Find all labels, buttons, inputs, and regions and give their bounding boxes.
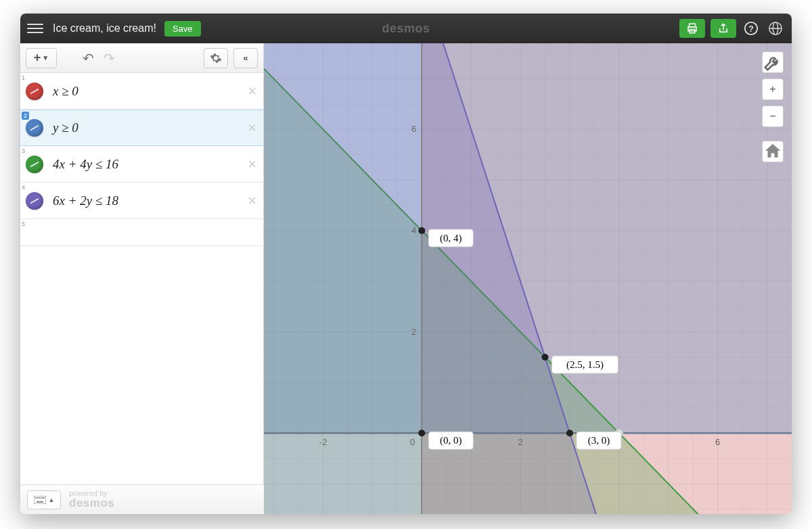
document-title[interactable]: Ice cream, ice cream! (53, 22, 156, 34)
svg-rect-14 (37, 501, 43, 503)
plus-icon: + (769, 83, 775, 95)
svg-text:-2: -2 (319, 437, 328, 447)
expression-row[interactable]: 46x + 2y ≤ 18× (20, 183, 263, 219)
chevron-up-icon: ▲ (49, 497, 55, 503)
expression-list: 1x ≥ 0×2y ≥ 0×34x + 4y ≤ 16×46x + 2y ≤ 1… (20, 73, 264, 514)
color-toggle[interactable] (26, 156, 43, 173)
expression-row[interactable]: 34x + 4y ≤ 16× (20, 146, 263, 183)
svg-text:?: ? (748, 24, 754, 34)
menu-icon[interactable] (27, 20, 43, 37)
row-number: 1 (22, 74, 25, 81)
zoom-out-button[interactable]: − (762, 106, 784, 127)
help-icon: ? (744, 21, 759, 36)
plus-icon: + (34, 51, 41, 65)
svg-rect-11 (39, 497, 41, 499)
svg-text:6: 6 (411, 124, 416, 134)
delete-expression-button[interactable]: × (248, 119, 256, 137)
svg-text:2: 2 (518, 437, 522, 447)
help-button[interactable]: ? (742, 19, 761, 38)
keyboard-icon (34, 496, 46, 504)
row-number: 3 (22, 147, 25, 154)
svg-rect-8 (34, 496, 46, 504)
expression-input[interactable]: 4x + 4y ≤ 16 (53, 157, 248, 172)
chevron-down-icon: ▼ (42, 54, 49, 62)
home-icon (763, 141, 783, 162)
row-number: 4 (22, 184, 25, 191)
collapse-sidebar-button[interactable]: « (233, 48, 258, 68)
expression-toolbar: + ▼ ↶ ↷ « (20, 43, 264, 73)
globe-icon (768, 21, 783, 36)
color-toggle[interactable] (26, 83, 43, 100)
undo-button[interactable]: ↶ (83, 50, 94, 66)
zoom-in-button[interactable]: + (762, 78, 784, 100)
svg-text:0: 0 (410, 437, 415, 447)
expression-row[interactable]: 1x ≥ 0× (20, 73, 263, 110)
svg-text:4: 4 (411, 225, 416, 235)
minus-icon: − (769, 110, 775, 122)
svg-point-83 (566, 430, 573, 436)
svg-text:(3, 0): (3, 0) (588, 435, 610, 446)
graph-controls: + − (762, 51, 784, 162)
powered-by-label: powered by desmos (69, 489, 114, 510)
print-button[interactable] (679, 19, 705, 38)
svg-text:(2.5, 1.5): (2.5, 1.5) (566, 359, 604, 371)
share-icon (717, 22, 729, 34)
svg-point-74 (418, 227, 425, 234)
wrench-icon (763, 52, 783, 72)
graph-settings-button[interactable] (762, 51, 784, 73)
row-number: 2 (22, 112, 29, 120)
color-toggle[interactable] (26, 119, 43, 137)
home-button[interactable] (762, 141, 784, 162)
settings-button[interactable] (204, 48, 228, 68)
print-icon (686, 22, 698, 34)
topbar: Ice cream, ice cream! Save desmos ? (20, 14, 792, 43)
graph-area[interactable]: -22460246(0, 4)(2.5, 1.5)(0, 0)(3, 0) + … (264, 43, 792, 514)
expression-row[interactable]: 5 (20, 219, 263, 246)
language-button[interactable] (766, 19, 785, 38)
gear-icon (210, 52, 222, 64)
svg-text:2: 2 (411, 327, 416, 337)
svg-text:(0, 0): (0, 0) (440, 435, 462, 446)
expression-row[interactable]: 2y ≥ 0× (20, 110, 263, 146)
app-window: Ice cream, ice cream! Save desmos ? + ▼ … (20, 14, 792, 514)
svg-point-80 (418, 430, 425, 436)
expression-input[interactable]: x ≥ 0 (53, 84, 248, 99)
row-number: 5 (22, 221, 25, 227)
delete-expression-button[interactable]: × (248, 192, 256, 210)
topbar-right: ? (679, 19, 785, 38)
redo-button: ↷ (104, 50, 115, 66)
expression-input[interactable]: 6x + 2y ≤ 18 (53, 193, 248, 208)
graph-canvas[interactable]: -22460246(0, 4)(2.5, 1.5)(0, 0)(3, 0) (264, 43, 792, 514)
sidebar-footer: ▲ powered by desmos (20, 484, 264, 514)
svg-text:(0, 4): (0, 4) (440, 233, 462, 244)
svg-rect-12 (41, 497, 43, 499)
keypad-toggle-button[interactable]: ▲ (27, 490, 61, 509)
chevron-left-icon: « (243, 53, 248, 63)
share-button[interactable] (710, 19, 736, 38)
svg-point-77 (542, 354, 549, 361)
add-expression-button[interactable]: + ▼ (26, 48, 57, 68)
undo-redo-group: ↶ ↷ (83, 50, 115, 66)
svg-rect-13 (43, 497, 45, 499)
expression-input[interactable]: y ≥ 0 (53, 120, 248, 135)
brand-logo: desmos (382, 22, 430, 36)
color-toggle[interactable] (26, 192, 43, 210)
svg-rect-10 (37, 497, 39, 499)
svg-rect-9 (35, 497, 37, 499)
svg-text:6: 6 (715, 437, 720, 447)
save-button[interactable]: Save (164, 21, 201, 37)
delete-expression-button[interactable]: × (248, 83, 256, 100)
delete-expression-button[interactable]: × (248, 156, 256, 173)
